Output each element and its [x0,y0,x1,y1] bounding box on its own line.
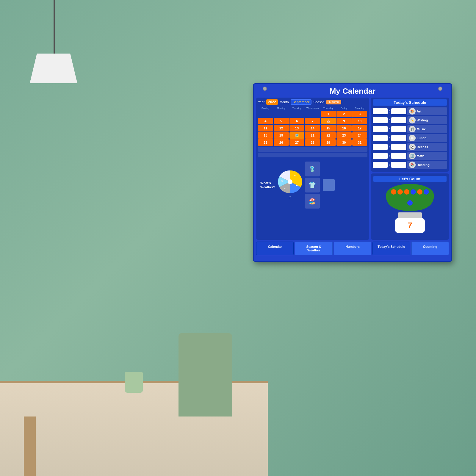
cal-cell-20: 17 [352,125,367,131]
calendar-empty-rows [258,147,367,157]
cal-cell-26: 23 [336,132,352,139]
time-music[interactable] [373,126,388,132]
time-reading-min[interactable] [391,162,406,168]
calendar-grid: 1234567🎂910111213141516171819🖼️212223242… [258,111,367,146]
label-writing: Writing [417,118,428,122]
cal-cell-9: 6 [289,118,305,124]
cal-cell-29: 26 [274,139,289,146]
weather-blue-square [323,179,335,191]
svg-text:❄: ❄ [284,173,286,176]
cal-cell-25: 22 [321,132,336,139]
colon-writing: : [389,118,390,122]
weather-item-1: 🩴 [305,162,320,176]
cal-cell-28: 25 [258,139,273,146]
month-label: Month [280,100,289,104]
badge-math: 🔢 Math [407,152,447,160]
icon-music: 🎵 [409,126,416,132]
day-wednesday: Wednesday [305,107,320,110]
time-math-min[interactable] [391,153,406,159]
time-music-min[interactable] [391,126,406,132]
time-art[interactable] [373,108,388,114]
count-dot-2 [404,189,409,195]
day-thursday: Thursday [321,107,336,110]
time-recess[interactable] [373,144,388,150]
time-writing-min[interactable] [391,117,406,123]
time-recess-min[interactable] [391,144,406,150]
calendar-day-names: Sunday Monday Tuesday Wednesday Thursday… [258,107,367,110]
schedule-title: Today's Schedule [373,99,447,106]
schedule-section: Today's Schedule : 🎨 Art : [371,98,449,172]
weather-label: What'sWeather? [260,181,275,190]
badge-recess: ⚽ Recess [407,143,447,151]
weather-item-2: 👕 [305,178,320,192]
cal-cell-13: 10 [352,118,367,124]
tab-numbers[interactable]: Numbers [334,242,371,255]
cal-cell-3 [305,111,320,117]
count-dot-6 [407,200,413,206]
schedule-item-reading: : 📚 Reading [373,161,447,169]
cal-cell-1 [274,111,289,117]
tab-counting[interactable]: Counting [411,242,449,255]
day-monday: Monday [274,107,289,110]
time-writing[interactable] [373,117,388,123]
count-section: Let's Count 7 [371,173,449,240]
cal-cell-15: 12 [274,125,289,131]
tab-todays-schedule[interactable]: Today's Schedule [372,242,410,255]
month-value: September [291,99,312,105]
weather-item-3: 🏖️ [305,194,320,209]
calendar-header: Year 2022 Month September Season Autumn [258,99,367,105]
year-label: Year [258,100,264,104]
svg-text:💨: 💨 [281,180,283,182]
cal-cell-14: 11 [258,125,273,131]
weather-section: What'sWeather? [258,159,367,211]
icon-writing: ✏️ [409,117,416,123]
time-reading[interactable] [373,162,388,168]
cal-cell-23: 🖼️ [289,132,305,139]
count-bowl [386,184,434,211]
time-lunch[interactable] [373,135,388,141]
label-art: Art [417,109,422,113]
weather-arrow: ↑ [289,194,291,201]
icon-lunch: 🍽️ [409,135,416,141]
cal-cell-12: 9 [336,118,352,124]
colon-math: : [389,154,390,158]
cal-cell-5: 2 [336,111,352,117]
cal-cell-22: 19 [274,132,289,139]
cal-cell-11: 🎂 [321,118,336,124]
icon-reading: 📚 [409,162,416,168]
time-math[interactable] [373,153,388,159]
weather-items: 🩴 👕 🏖️ [305,162,320,209]
lamp-cord [54,0,55,60]
cal-cell-34: 31 [352,139,367,146]
count-display: 7 [373,184,447,233]
cal-cell-16: 13 [289,125,305,131]
season-value: Autumn [326,100,341,104]
badge-lunch: 🍽️ Lunch [407,134,447,142]
icon-recess: ⚽ [409,144,416,150]
cal-cell-7: 4 [258,118,273,124]
tab-calendar[interactable]: Calendar [256,242,294,255]
tab-season-weather[interactable]: Season & Weather [295,242,332,255]
count-dot-5 [424,189,429,195]
time-lunch-min[interactable] [391,135,406,141]
colon-art: : [389,109,390,113]
svg-text:🌧: 🌧 [295,184,298,187]
calendar-board: My Calendar Year 2022 Month September Se… [253,83,452,262]
grommet-right [438,87,442,91]
schedule-item-writing: : ✏️ Writing [373,116,447,124]
svg-point-1 [288,179,292,184]
day-friday: Friday [336,107,352,110]
label-math: Math [417,154,425,158]
cal-cell-17: 14 [305,125,320,131]
label-recess: Recess [417,145,428,149]
lamp-shade [30,54,77,83]
board-title: My Calendar [256,87,449,96]
badge-art: 🎨 Art [407,107,447,115]
time-art-min[interactable] [391,108,406,114]
count-dot-0 [391,189,396,195]
icon-art: 🎨 [409,108,416,115]
cal-cell-8: 5 [274,118,289,124]
count-dot-1 [397,189,403,195]
cup [125,372,143,393]
schedule-item-recess: : ⚽ Recess [373,143,447,151]
